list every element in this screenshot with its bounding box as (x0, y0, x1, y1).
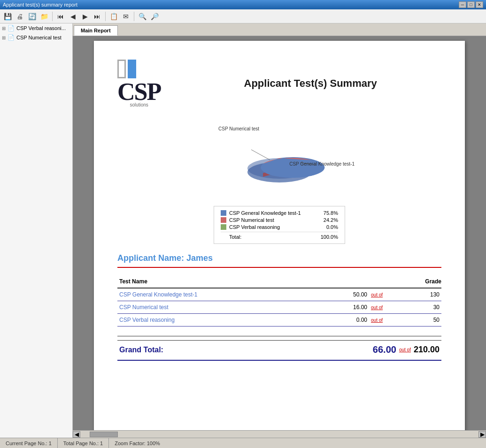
prev-page-button[interactable]: ◀ (67, 11, 78, 22)
max-0: 130 (408, 288, 441, 301)
grand-total-underline (117, 360, 441, 361)
sidebar-item-verbal[interactable]: ⊞ 📄 CSP Verbal reasoni... (0, 23, 72, 33)
h-scroll-thumb[interactable] (90, 432, 118, 437)
legend-label-general: CSP General Knowledge test-1 (229, 210, 321, 216)
sidebar-label-verbal: CSP Verbal reasoni... (16, 25, 66, 31)
expand-icon-numerical: ⊞ (2, 35, 6, 40)
window-title: Applicant test(s) summary report (3, 2, 77, 8)
logo-area: CSP solutions (117, 60, 161, 107)
tabs-bar: Main Report (73, 23, 486, 36)
content-area: Main Report CSP solutions Applicant Test… (73, 23, 486, 438)
refresh-button[interactable]: 🔄 (26, 11, 38, 22)
status-zoom: Zoom Factor: 100% (109, 438, 166, 448)
col-grade: Grade (324, 275, 441, 288)
report-header: CSP solutions Applicant Test(s) Summary (117, 60, 441, 107)
out-of-2: out of (369, 314, 408, 327)
red-divider (117, 267, 441, 268)
score-0: 50.00 (324, 288, 369, 301)
chart-area: CSP Numerical test CSP General Knowledge… (117, 121, 441, 197)
report-title: Applicant Test(s) Summary (179, 77, 441, 90)
test-name-1: CSP Numerical test (117, 301, 324, 314)
main-layout: ⊞ 📄 CSP Verbal reasoni... ⊞ 📄 CSP Numeri… (0, 23, 486, 438)
legend-item-general: CSP General Knowledge test-1 75.8% (221, 210, 338, 216)
chart-legend: CSP General Knowledge test-1 75.8% CSP N… (214, 206, 345, 244)
max-2: 50 (408, 314, 441, 327)
col-test-name: Test Name (117, 275, 324, 288)
legend-value-general: 75.8% (324, 210, 338, 216)
svg-line-2 (251, 150, 270, 160)
status-total-page: Total Page No.: 1 (58, 438, 109, 448)
h-scroll-right[interactable]: ▶ (478, 431, 486, 438)
sidebar: ⊞ 📄 CSP Verbal reasoni... ⊞ 📄 CSP Numeri… (0, 23, 73, 438)
expand-icon-verbal: ⊞ (2, 26, 6, 31)
max-1: 30 (408, 301, 441, 314)
legend-total-label: Total: (221, 234, 318, 240)
report-viewport[interactable]: CSP solutions Applicant Test(s) Summary … (73, 36, 486, 430)
legend-item-verbal: CSP Verbal reasoning 0.0% (221, 224, 338, 230)
grand-total-max: 210.00 (414, 345, 440, 355)
toolbar-sep-1 (52, 12, 53, 21)
callout-numerical: CSP Numerical test (218, 126, 259, 131)
grand-total-out-of: out of (399, 347, 411, 352)
status-bar: Current Page No.: 1 Total Page No.: 1 Zo… (0, 438, 486, 448)
tab-main-report[interactable]: Main Report (74, 25, 118, 36)
legend-value-verbal: 0.0% (326, 224, 338, 230)
legend-total-value: 100.0% (321, 234, 338, 240)
logo-csp: CSP (117, 80, 161, 104)
applicant-name-section: Applicant Name: James (117, 253, 441, 263)
score-1: 16.00 (324, 301, 369, 314)
legend-item-numerical: CSP Numerical test 24.2% (221, 217, 338, 223)
print-button[interactable]: 🖨 (14, 11, 25, 22)
doc-icon-verbal: 📄 (8, 25, 15, 31)
logo-icon (117, 60, 136, 78)
first-page-button[interactable]: ⏮ (55, 11, 66, 22)
close-button[interactable]: ✕ (476, 1, 483, 8)
legend-total: Total: 100.0% (221, 232, 338, 240)
logo-rect1 (117, 60, 126, 78)
toolbar-sep-2 (105, 12, 106, 21)
toolbar-sep-3 (134, 12, 134, 21)
table-row: CSP General Knowledge test-1 50.00 out o… (117, 288, 441, 301)
search-button[interactable]: 🔍 (137, 11, 148, 22)
applicant-label: Applicant Name: (117, 253, 184, 263)
grand-total-label: Grand Total: (119, 346, 363, 354)
h-scroll-left[interactable]: ◀ (73, 431, 80, 438)
callout-general: CSP General Knowledge test-1 (289, 161, 355, 167)
test-name-2: CSP Verbal reasoning (117, 314, 324, 327)
next-page-button[interactable]: ▶ (79, 11, 91, 22)
out-of-1: out of (369, 301, 408, 314)
last-page-button[interactable]: ⏭ (92, 11, 103, 22)
results-table: Test Name Grade CSP General Knowledge te… (117, 275, 441, 327)
email-button[interactable]: ✉ (120, 11, 131, 22)
table-row: CSP Verbal reasoning 0.00 out of 50 (117, 314, 441, 327)
sidebar-item-numerical[interactable]: ⊞ 📄 CSP Numerical test (0, 33, 72, 42)
minimize-button[interactable]: ─ (459, 1, 466, 8)
legend-color-numerical (221, 217, 226, 223)
legend-label-verbal: CSP Verbal reasoning (229, 224, 324, 230)
window-controls: ─ □ ✕ (459, 1, 483, 8)
grand-total-section: Grand Total: 66.00 out of 210.00 (117, 336, 441, 361)
table-row: CSP Numerical test 16.00 out of 30 (117, 301, 441, 314)
save-button[interactable]: 💾 (2, 11, 13, 22)
copy-button[interactable]: 📋 (108, 11, 119, 22)
out-of-0: out of (369, 288, 408, 301)
zoom-button[interactable]: 🔎 (149, 11, 160, 22)
toolbar: 💾 🖨 🔄 📁 ⏮ ◀ ▶ ⏭ 📋 ✉ 🔍 🔎 (0, 9, 486, 23)
legend-color-general (221, 210, 226, 216)
sidebar-label-numerical: CSP Numerical test (16, 35, 62, 40)
h-scrollbar[interactable]: ◀ ▶ (73, 430, 486, 438)
report-page: CSP solutions Applicant Test(s) Summary … (94, 41, 465, 430)
doc-icon-numerical: 📄 (8, 34, 15, 41)
legend-value-numerical: 24.2% (324, 217, 338, 223)
maximize-button[interactable]: □ (467, 1, 475, 8)
pie-container: CSP Numerical test CSP General Knowledge… (209, 121, 350, 197)
test-name-0: CSP General Knowledge test-1 (117, 288, 324, 301)
title-bar: Applicant test(s) summary report ─ □ ✕ (0, 0, 486, 9)
applicant-name-value: James (186, 253, 213, 263)
grand-total-row: Grand Total: 66.00 out of 210.00 (117, 340, 441, 359)
legend-label-numerical: CSP Numerical test (229, 217, 321, 223)
status-current-page: Current Page No.: 1 (0, 438, 58, 448)
legend-color-verbal (221, 224, 226, 230)
score-2: 0.00 (324, 314, 369, 327)
folder-button[interactable]: 📁 (39, 11, 50, 22)
